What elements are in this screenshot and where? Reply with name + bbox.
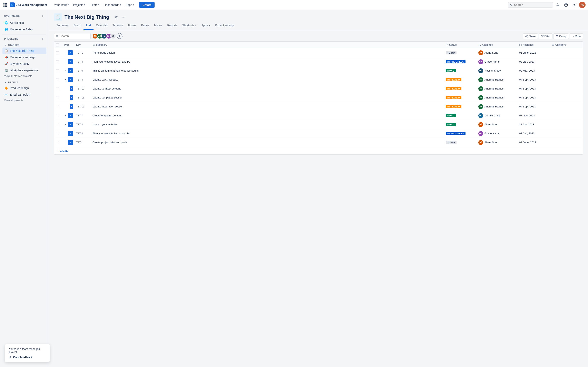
row-checkbox[interactable] (56, 123, 59, 126)
status-badge[interactable]: DONE (446, 69, 456, 72)
status-badge[interactable]: IN REVIEW (446, 96, 461, 99)
status-badge[interactable]: IN REVIEW (446, 78, 461, 81)
tab-apps[interactable]: Apps ▾ (199, 21, 213, 30)
row-checkbox[interactable] (56, 87, 59, 90)
nav-apps[interactable]: Apps ▾ (123, 2, 136, 8)
notifications-button[interactable] (554, 2, 561, 8)
row-checkbox[interactable] (56, 96, 59, 99)
tab-board[interactable]: Board (71, 21, 84, 30)
add-overview-button[interactable]: + (41, 14, 45, 18)
row-checkbox[interactable] (56, 60, 59, 63)
status-badge[interactable]: DONE (446, 114, 456, 117)
status-badge[interactable]: IN REVIEW (446, 87, 461, 90)
nav-projects[interactable]: Projects ▾ (71, 2, 87, 8)
list-search[interactable] (54, 33, 91, 39)
view-all-starred-link[interactable]: View all starred projects (2, 74, 46, 78)
cell-status: DONE (444, 121, 477, 128)
tab-list[interactable]: List (84, 21, 94, 30)
select-all-checkbox[interactable] (56, 43, 59, 47)
star-icon[interactable] (113, 14, 119, 20)
more-options-icon[interactable] (121, 14, 126, 20)
cell-summary[interactable]: Update integration section (91, 103, 444, 110)
recent-group[interactable]: RECENT (2, 80, 46, 85)
expand-icon[interactable]: ▸ (64, 69, 67, 72)
share-button[interactable]: Share (523, 33, 538, 39)
settings-button[interactable] (571, 2, 577, 8)
row-checkbox[interactable] (56, 132, 59, 135)
expand-icon[interactable]: ▸ (64, 114, 67, 117)
cell-summary[interactable]: Create project brief and goals (91, 139, 444, 146)
cell-summary[interactable]: Update WAC Website (91, 76, 444, 83)
app-logo[interactable]: Jira Work Management (10, 2, 47, 7)
tab-calendar[interactable]: Calendar (94, 21, 110, 30)
status-badge[interactable]: TO DO (446, 141, 457, 144)
help-button[interactable]: ? (563, 2, 569, 8)
add-project-button[interactable]: + (41, 37, 45, 41)
key-text: TBT-12 (76, 105, 84, 108)
cell-summary[interactable]: Update templates section (91, 94, 444, 101)
tab-shortcuts[interactable]: Shortcuts ▾ (180, 21, 199, 30)
task-type-icon: ✓ (68, 122, 73, 127)
search-input[interactable] (514, 3, 551, 7)
tab-pages[interactable]: Pages (139, 21, 152, 30)
group-button[interactable]: Group (553, 33, 569, 39)
subtask-type-icon: ⊞ (70, 95, 73, 100)
create-button[interactable]: Create (139, 2, 155, 8)
key-text: TBT-4 (76, 132, 83, 135)
svg-rect-3 (3, 4, 4, 6)
cell-summary[interactable]: This is an item that has to be worked on (91, 67, 444, 74)
grid-menu-button[interactable] (2, 2, 8, 8)
sidebar-item-marketing-campaign[interactable]: 📣 Marketing campaign (2, 54, 46, 60)
more-button[interactable]: ··· More (570, 33, 583, 39)
sidebar-item-all-projects[interactable]: 🌐 All projects (2, 20, 46, 26)
row-checkbox[interactable] (56, 141, 59, 144)
tab-forms[interactable]: Forms (126, 21, 139, 30)
tab-summary[interactable]: Summary (54, 21, 71, 30)
status-badge[interactable]: IN PROGRESS (446, 132, 466, 135)
row-checkbox[interactable] (56, 114, 59, 117)
starred-group[interactable]: STARRED (2, 43, 46, 48)
cell-summary[interactable]: Create engaging content (91, 112, 444, 119)
tab-project-settings[interactable]: Project settings (213, 21, 237, 30)
cell-summary[interactable]: Plan your website layout and IA (91, 58, 444, 65)
status-badge[interactable]: IN REVIEW (446, 105, 461, 108)
cell-date: 01 June, 2023 (518, 139, 550, 146)
sidebar-item-beyond-gravity[interactable]: 🚀 Beyond Gravity (2, 60, 46, 67)
status-badge[interactable]: DONE (446, 123, 456, 126)
add-member-button[interactable] (117, 33, 122, 39)
nav-your-work[interactable]: Your work ▾ (52, 2, 71, 8)
sidebar-item-next-big-thing[interactable]: 📋 The Next Big Thing (2, 48, 46, 54)
sidebar-item-marketing-sales[interactable]: 🌐 Marketing + Sales (2, 26, 46, 33)
cell-type: ✓ (62, 138, 75, 147)
cell-summary[interactable]: Update to latest screens (91, 85, 444, 92)
filter-button[interactable]: Filter (539, 33, 553, 39)
status-badge[interactable]: TO DO (446, 51, 457, 54)
cell-type: ✓ (62, 129, 75, 138)
give-feedback-button[interactable]: 🏳 Give feedback (9, 356, 46, 359)
row-checkbox[interactable] (56, 78, 59, 81)
list-search-input[interactable] (60, 34, 88, 38)
user-avatar[interactable]: AS (579, 2, 586, 8)
row-checkbox[interactable] (56, 105, 59, 108)
view-all-projects-link[interactable]: View all projects (2, 98, 46, 103)
tab-issues[interactable]: Issues (152, 21, 165, 30)
nav-dashboards[interactable]: Dashboards ▾ (102, 2, 123, 8)
row-checkbox[interactable] (56, 69, 59, 72)
avatar-count[interactable]: +3 (110, 33, 116, 39)
create-task-row[interactable]: + Create (54, 147, 583, 154)
expand-icon[interactable]: ▾ (64, 78, 67, 81)
sidebar-item-workplace-experience[interactable]: 🏢 Workplace experience (2, 67, 46, 74)
tab-reports[interactable]: Reports (165, 21, 180, 30)
row-checkbox[interactable] (56, 51, 59, 54)
global-search[interactable] (508, 2, 553, 8)
cell-summary[interactable]: Home page design (91, 50, 444, 56)
expand-icon[interactable]: ▸ (64, 123, 67, 126)
status-badge[interactable]: IN PROGRESS (446, 60, 466, 63)
cell-summary[interactable]: Launch your website (91, 121, 444, 128)
sidebar-item-product-design[interactable]: 🔶 Product design (2, 85, 46, 91)
tab-timeline[interactable]: Timeline (110, 21, 126, 30)
cell-type: ▸ ✓ (62, 120, 75, 129)
cell-summary[interactable]: Plan your website layout and IA (91, 130, 444, 137)
nav-filters[interactable]: Filters ▾ (87, 2, 101, 8)
sidebar-item-email-campaign[interactable]: 📧 Email campaign (2, 91, 46, 98)
